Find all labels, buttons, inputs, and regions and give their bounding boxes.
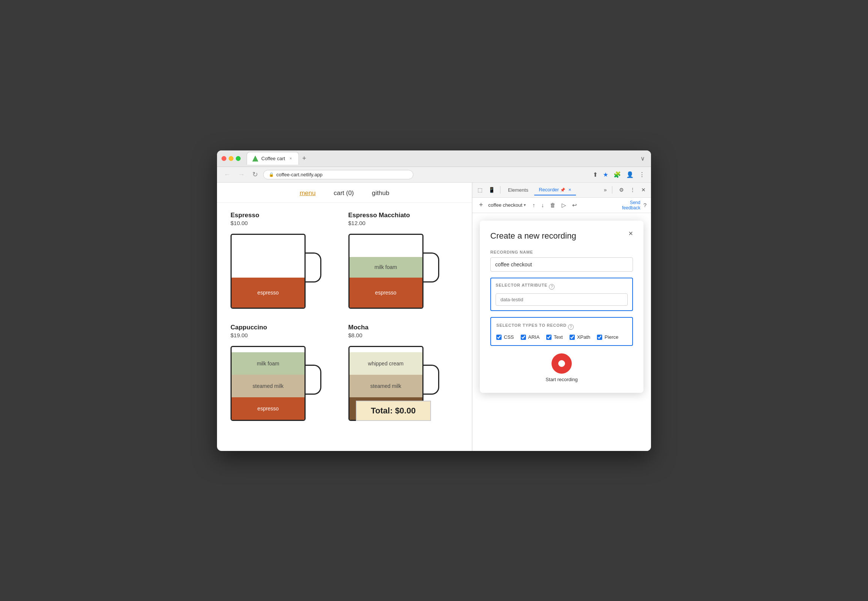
extensions-icon[interactable]: 🧩 (612, 169, 622, 180)
toolbar-icons: ⬆ ★ 🧩 👤 ⋮ (591, 169, 646, 180)
mug-body: milk foam steamed milk espresso (231, 346, 306, 421)
recording-name-input[interactable] (490, 257, 633, 272)
mug-body: espresso (231, 234, 306, 309)
address-input[interactable]: 🔒 coffee-cart.netlify.app (263, 170, 413, 179)
modal-close-button[interactable]: × (625, 228, 636, 239)
nav-github[interactable]: github (372, 189, 389, 197)
address-bar: ← → ↻ 🔒 coffee-cart.netlify.app ⬆ ★ 🧩 👤 … (217, 167, 651, 183)
profile-icon[interactable]: 👤 (625, 169, 635, 180)
start-recording-section[interactable]: Start recording (490, 353, 633, 382)
product-price: $8.00 (348, 332, 459, 339)
forward-button[interactable]: → (236, 169, 247, 180)
checkbox-aria[interactable]: ARIA (521, 334, 539, 340)
record-inner-circle (558, 360, 565, 367)
layer-steamed-milk: steamed milk (350, 375, 422, 397)
undo-icon[interactable]: ↩ (570, 201, 579, 209)
checkbox-pierce[interactable]: Pierce (597, 334, 618, 340)
mug-illustration: espresso (231, 230, 321, 316)
checkbox-css-input[interactable] (496, 335, 501, 340)
tab-close-button[interactable]: × (288, 156, 293, 161)
layer-espresso: espresso (232, 397, 304, 420)
help-icon[interactable]: ? (643, 202, 646, 208)
checkboxes-row: CSS ARIA Text (496, 334, 627, 340)
inspect-element-icon[interactable]: ⬚ (475, 185, 485, 194)
browser-tab-active[interactable]: Coffee cart × (247, 152, 299, 165)
product-name: Mocha (348, 324, 459, 331)
close-button[interactable] (222, 156, 226, 161)
main-area: menu cart (0) github Espresso $10.00 esp… (217, 183, 651, 451)
bookmark-icon[interactable]: ★ (601, 169, 610, 180)
nav-cart[interactable]: cart (0) (334, 189, 354, 197)
record-button[interactable] (552, 353, 572, 374)
export-icon[interactable]: ↑ (530, 201, 537, 209)
share-icon[interactable]: ⬆ (591, 169, 599, 180)
product-espresso[interactable]: Espresso $10.00 espresso (231, 212, 341, 316)
settings-icon[interactable]: ⚙ (617, 185, 626, 194)
layer-espresso: espresso (350, 278, 422, 308)
device-toolbar-icon[interactable]: 📱 (486, 185, 497, 194)
tab-favicon-icon (252, 156, 258, 162)
checkbox-pierce-input[interactable] (597, 335, 602, 340)
separator (612, 186, 612, 194)
checkbox-text[interactable]: Text (546, 334, 563, 340)
back-button[interactable]: ← (222, 169, 233, 180)
checkbox-text-input[interactable] (546, 335, 552, 340)
window-controls[interactable]: ∨ (639, 153, 646, 163)
checkbox-xpath-input[interactable] (570, 335, 575, 340)
product-cappuccino[interactable]: Cappuccino $19.00 milk foam steamed milk… (231, 324, 341, 429)
devtools-panel: ⬚ 📱 Elements Recorder 📌 × » ⚙ ⋮ ✕ + (472, 183, 651, 451)
checkbox-css[interactable]: CSS (496, 334, 514, 340)
layer-steamed-milk: steamed milk (232, 375, 304, 397)
mug-illustration: whipped cream steamed milk chocolate syr… (348, 342, 439, 429)
product-price: $12.00 (348, 220, 459, 226)
selector-attribute-section: SELECTOR ATTRIBUTE ? (490, 278, 633, 311)
send-feedback-link[interactable]: Sendfeedback (622, 200, 640, 211)
import-icon[interactable]: ↓ (539, 201, 546, 209)
more-options-icon[interactable]: ⋮ (628, 185, 637, 194)
mug-layers: espresso (232, 235, 304, 308)
recording-selector[interactable]: coffee checkout ▾ (488, 202, 526, 208)
lock-icon: 🔒 (269, 172, 274, 177)
tab-title: Coffee cart (261, 156, 285, 161)
product-mocha[interactable]: Mocha $8.00 whipped cream steamed milk c… (348, 324, 459, 429)
recording-name-label: RECORDING NAME (490, 250, 633, 254)
reload-button[interactable]: ↻ (250, 169, 260, 180)
checkbox-aria-input[interactable] (521, 335, 526, 340)
mug-illustration: milk foam espresso (348, 230, 439, 316)
mug-illustration: milk foam steamed milk espresso (231, 342, 321, 429)
title-bar: Coffee cart × + ∨ (217, 150, 651, 167)
selector-attr-input[interactable] (495, 293, 628, 306)
delete-icon[interactable]: 🗑 (548, 201, 558, 209)
selector-attr-help-icon[interactable]: ? (549, 284, 555, 290)
maximize-button[interactable] (236, 156, 241, 161)
minimize-button[interactable] (229, 156, 234, 161)
menu-dots-icon[interactable]: ⋮ (637, 169, 646, 180)
site-nav: menu cart (0) github (217, 183, 472, 203)
add-recording-button[interactable]: + (477, 200, 486, 210)
pin-icon: 📌 (560, 188, 565, 192)
tab-close-icon[interactable]: × (568, 187, 572, 192)
checkbox-xpath[interactable]: XPath (570, 334, 590, 340)
website-content: menu cart (0) github Espresso $10.00 esp… (217, 183, 472, 451)
tab-elements[interactable]: Elements (503, 185, 533, 195)
product-price: $10.00 (231, 220, 341, 226)
nav-menu[interactable]: menu (300, 189, 316, 197)
url-text: coffee-cart.netlify.app (276, 172, 322, 177)
product-espresso-macchiato[interactable]: Espresso Macchiato $12.00 milk foam espr… (348, 212, 459, 316)
selector-types-label: SELECTOR TYPES TO RECORD ? (496, 323, 627, 331)
selector-types-help-icon[interactable]: ? (568, 324, 574, 330)
total-overlay: Total: $0.00 (356, 401, 431, 421)
traffic-lights (222, 156, 241, 161)
new-tab-button[interactable]: + (299, 153, 309, 163)
devtools-close-icon[interactable]: ✕ (639, 185, 648, 194)
more-tabs-button[interactable]: » (601, 185, 609, 194)
product-name: Espresso Macchiato (348, 212, 459, 219)
tab-bar: Coffee cart × + ∨ (247, 152, 646, 165)
recording-name: coffee checkout (488, 202, 523, 208)
product-price: $19.00 (231, 332, 341, 339)
tab-recorder[interactable]: Recorder 📌 × (534, 185, 576, 195)
product-name: Cappuccino (231, 324, 341, 331)
chevron-down-icon: ▾ (524, 203, 526, 207)
replay-icon[interactable]: ▷ (560, 201, 568, 209)
mug-handle (422, 365, 439, 395)
